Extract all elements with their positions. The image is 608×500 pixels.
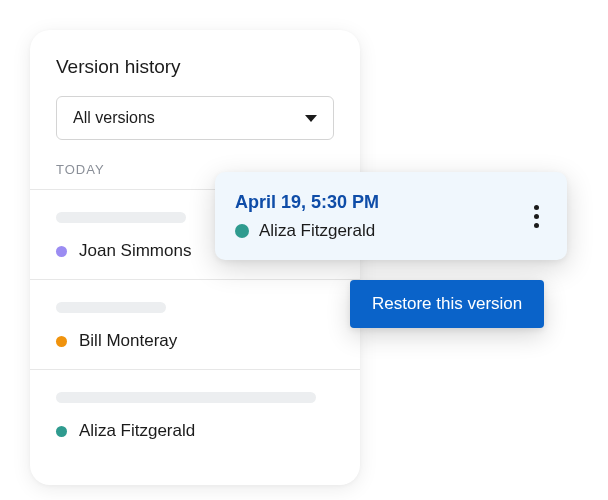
author-row: Aliza Fitzgerald [56,421,334,441]
timestamp-placeholder [56,212,186,223]
restore-version-button[interactable]: Restore this version [350,280,544,328]
timestamp-placeholder [56,302,166,313]
version-item[interactable]: Bill Monteray [30,279,360,369]
author-color-dot [235,224,249,238]
more-options-icon[interactable] [526,197,547,236]
author-color-dot [56,246,67,257]
author-color-dot [56,426,67,437]
popover-author-row: Aliza Fitzgerald [235,221,379,241]
author-name: Bill Monteray [79,331,177,351]
popover-author: Aliza Fitzgerald [259,221,375,241]
chevron-down-icon [305,115,317,122]
popover-timestamp: April 19, 5:30 PM [235,192,379,213]
timestamp-placeholder [56,392,316,403]
dropdown-label: All versions [73,109,155,127]
panel-title: Version history [30,56,360,96]
selected-version-popover: April 19, 5:30 PM Aliza Fitzgerald [215,172,567,260]
versions-filter-dropdown[interactable]: All versions [56,96,334,140]
author-name: Joan Simmons [79,241,191,261]
author-color-dot [56,336,67,347]
version-item[interactable]: Aliza Fitzgerald [30,369,360,459]
author-row: Bill Monteray [56,331,334,351]
author-name: Aliza Fitzgerald [79,421,195,441]
